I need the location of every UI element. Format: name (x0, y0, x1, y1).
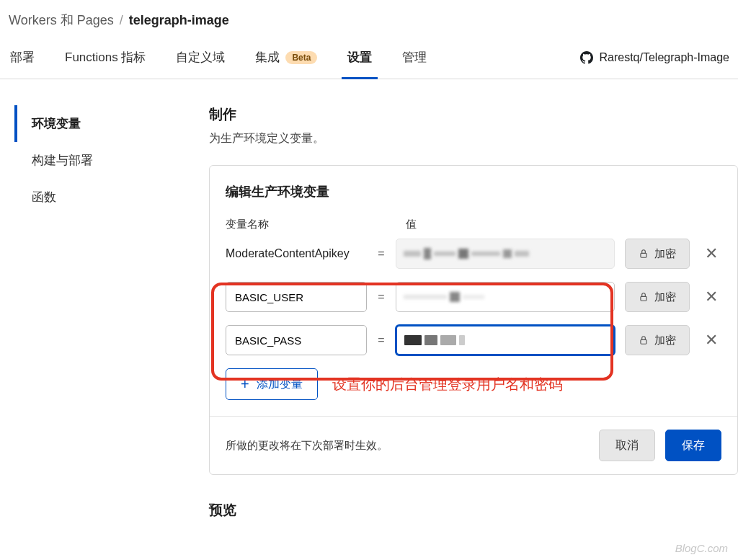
breadcrumb-current: telegraph-image (129, 13, 229, 28)
equals-sign: = (367, 290, 396, 303)
section-title-preview: 预览 (209, 501, 738, 520)
footer-note: 所做的更改将在下次部署时生效。 (226, 439, 589, 453)
tab-label: 设置 (347, 49, 372, 66)
card-title: 编辑生产环境变量 (226, 183, 721, 200)
encrypt-label: 加密 (654, 247, 676, 261)
github-repo-link[interactable]: Rarestq/Telegraph-Image (580, 51, 729, 77)
cancel-button[interactable]: 取消 (599, 430, 655, 461)
encrypt-label: 加密 (654, 334, 676, 347)
tabs-bar: 部署 Functions 指标 自定义域 集成 Beta 设置 管理 Rares… (0, 39, 738, 79)
sidebar-item-label: 构建与部署 (32, 154, 93, 167)
tab-label: 部署 (10, 49, 35, 66)
encrypt-label: 加密 (654, 290, 676, 304)
tab-custom-domains[interactable]: 自定义域 (174, 49, 226, 79)
annotation-text: 设置你的后台管理登录用户名和密码 (332, 375, 563, 394)
var-row: ModerateContentApikey = (226, 239, 721, 269)
var-row: = 加密 ✕ (226, 282, 721, 312)
sidebar-item-functions[interactable]: 函数 (14, 179, 187, 215)
section-title-production: 制作 (209, 105, 738, 124)
sidebar-item-build-deploy[interactable]: 构建与部署 (14, 142, 187, 179)
sidebar-item-label: 函数 (32, 190, 56, 204)
plus-icon: + (241, 377, 249, 391)
var-row: = 加密 ✕ (226, 325, 721, 355)
svg-rect-2 (641, 339, 646, 344)
delete-var-button[interactable]: ✕ (701, 244, 721, 264)
encrypt-button[interactable]: 加密 (625, 239, 690, 269)
github-icon (580, 51, 593, 64)
tab-functions-metrics[interactable]: Functions 指标 (63, 49, 147, 79)
breadcrumb-separator: / (120, 13, 123, 28)
lock-icon (639, 249, 649, 259)
watermark: BlogC.com (675, 542, 728, 554)
svg-rect-1 (641, 296, 646, 301)
breadcrumb-parent[interactable]: Workers 和 Pages (9, 12, 114, 29)
tab-manage[interactable]: 管理 (401, 49, 428, 79)
sidebar-item-label: 环境变量 (32, 117, 81, 130)
env-vars-card: 编辑生产环境变量 变量名称 值 ModerateContentApikey = (209, 165, 738, 475)
repo-name: Rarestq/Telegraph-Image (599, 51, 729, 64)
tab-label: 自定义域 (176, 49, 225, 66)
lock-icon (639, 335, 649, 345)
lock-icon (639, 292, 649, 302)
var-value-redacted (396, 239, 615, 269)
var-name-input[interactable] (226, 282, 367, 312)
tab-settings[interactable]: 设置 (346, 49, 373, 79)
beta-badge: Beta (285, 51, 317, 64)
header-value: 值 (406, 218, 721, 231)
tab-deploy[interactable]: 部署 (9, 49, 36, 79)
var-column-headers: 变量名称 值 (226, 218, 721, 231)
close-icon: ✕ (705, 331, 718, 350)
header-name: 变量名称 (226, 218, 383, 231)
main-panel: 制作 为生产环境定义变量。 编辑生产环境变量 变量名称 值 ModerateCo… (187, 102, 738, 520)
svg-rect-0 (641, 253, 646, 257)
tab-label: 集成 (255, 49, 280, 66)
var-value-input[interactable] (396, 325, 615, 355)
tab-integrations[interactable]: 集成 Beta (254, 49, 319, 79)
save-button[interactable]: 保存 (665, 430, 721, 461)
var-name: ModerateContentApikey (226, 246, 367, 262)
breadcrumb: Workers 和 Pages / telegraph-image (0, 0, 738, 39)
add-variable-label: 添加变量 (257, 377, 303, 392)
delete-var-button[interactable]: ✕ (701, 287, 721, 307)
tab-label: Functions 指标 (65, 49, 146, 66)
equals-sign: = (367, 334, 396, 347)
delete-var-button[interactable]: ✕ (701, 330, 721, 350)
var-value-redacted[interactable] (396, 282, 615, 312)
card-footer: 所做的更改将在下次部署时生效。 取消 保存 (210, 416, 737, 474)
sidebar-item-env-vars[interactable]: 环境变量 (14, 105, 187, 142)
section-desc-production: 为生产环境定义变量。 (209, 131, 738, 146)
close-icon: ✕ (705, 288, 718, 306)
var-name-input[interactable] (226, 325, 367, 355)
tab-label: 管理 (402, 49, 427, 66)
add-variable-button[interactable]: + 添加变量 (226, 368, 318, 400)
encrypt-button[interactable]: 加密 (625, 282, 690, 312)
encrypt-button[interactable]: 加密 (625, 325, 690, 355)
settings-sidebar: 环境变量 构建与部署 函数 (0, 102, 187, 520)
equals-sign: = (367, 247, 396, 260)
close-icon: ✕ (705, 244, 718, 263)
